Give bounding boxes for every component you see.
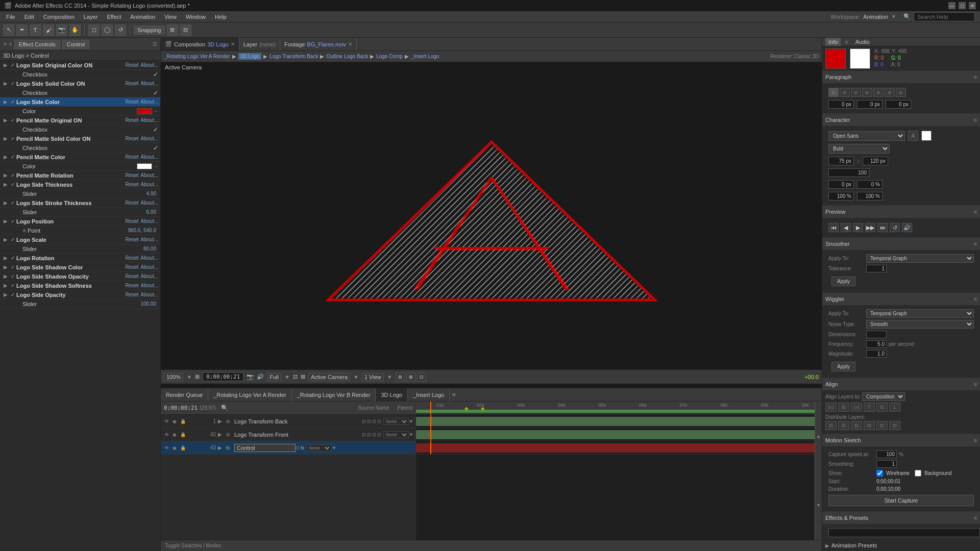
smoother-menu[interactable]: ≡ xyxy=(974,241,977,247)
preview-menu[interactable]: ≡ xyxy=(974,209,977,215)
close-btn[interactable]: ✕ xyxy=(969,2,976,9)
align-center-btn[interactable]: ≡ xyxy=(840,88,850,97)
workspace-dropdown-icon[interactable]: ▼ xyxy=(891,14,896,19)
effect-about-logo-scale[interactable]: About... xyxy=(141,237,158,242)
wiggler-menu[interactable]: ≡ xyxy=(974,296,977,302)
character-header[interactable]: Character ≡ xyxy=(822,114,980,126)
point-value-point-1[interactable]: 960.0, 540.0 xyxy=(128,228,156,233)
effect-enable-logo-side-stroke-thickness[interactable]: ✓ xyxy=(9,200,16,206)
info-tab-audio[interactable]: Audio xyxy=(852,38,873,46)
region-of-interest-icon[interactable]: ⊡ xyxy=(293,373,298,380)
layer-1-eye[interactable]: 👁 xyxy=(163,418,170,425)
maximize-btn[interactable]: □ xyxy=(959,2,966,9)
wiggler-apply-select[interactable]: Temporal Graph xyxy=(866,309,974,318)
effects-search-input[interactable] xyxy=(828,528,980,537)
effect-toggle-pencil-matte-solid-on[interactable]: ▶ xyxy=(2,136,9,141)
timeline-tab-3dlogo[interactable]: 3D Logo xyxy=(376,388,408,402)
font-family-select[interactable]: Open Sans xyxy=(828,131,905,141)
font-size-input[interactable] xyxy=(828,157,854,165)
info-tab-info[interactable]: Info xyxy=(825,38,841,46)
layer-43-name-input[interactable] xyxy=(234,444,296,452)
dist-bottom-btn[interactable]: ⊡ xyxy=(889,421,900,430)
effect-about-logo-side-shadow-opacity[interactable]: About... xyxy=(141,273,158,279)
effect-enable-logo-side-color[interactable]: ✓ xyxy=(9,99,16,105)
wiggler-frequency-input[interactable] xyxy=(866,340,887,348)
align-left-edge-btn[interactable]: |◁ xyxy=(825,403,837,412)
dist-top-btn[interactable]: ⊡ xyxy=(864,421,875,430)
breadcrumb-item-4[interactable]: Outline Logo Back xyxy=(326,54,368,59)
paragraph-header[interactable]: Paragraph ≡ xyxy=(822,71,980,83)
layer-1-solo[interactable]: ◉ xyxy=(171,418,178,425)
effect-reset-logo-position[interactable]: Reset xyxy=(125,218,138,224)
align-right-btn[interactable]: ≡ xyxy=(851,88,861,97)
zoom-dropdown[interactable]: ▼ xyxy=(186,374,192,380)
mask-tool[interactable]: ◯ xyxy=(102,24,113,36)
motion-sketch-header[interactable]: Motion Sketch ≡ xyxy=(822,434,980,446)
align-right-edge-btn[interactable]: ▷| xyxy=(851,403,862,412)
effect-about-logo-position[interactable]: About... xyxy=(141,218,158,224)
view-btn-3[interactable]: ⊡ xyxy=(417,372,426,382)
effect-row-logo-position[interactable]: ▶✓Logo PositionResetAbout... xyxy=(0,217,160,226)
search-help-input[interactable] xyxy=(914,12,975,21)
dist-left-btn[interactable]: ⊡ xyxy=(825,421,837,430)
camera-tool[interactable]: 📷 xyxy=(56,24,67,36)
color-swatch-color-2[interactable] xyxy=(137,163,152,169)
scroll-down[interactable]: ▼ xyxy=(816,503,821,508)
pen-tool[interactable]: ✒ xyxy=(16,24,28,36)
menu-composition[interactable]: Composition xyxy=(39,13,79,21)
effect-about-logo-side-thickness[interactable]: About... xyxy=(141,182,158,187)
wiggler-magnitude-input[interactable] xyxy=(866,350,887,358)
align-top-edge-btn[interactable]: ⊤ xyxy=(864,403,875,412)
menu-file[interactable]: File xyxy=(2,13,19,21)
preview-header[interactable]: Preview ≡ xyxy=(822,206,980,218)
track-bar-42[interactable] xyxy=(416,430,822,439)
effect-about-pencil-matte-original-on[interactable]: About... xyxy=(141,117,158,123)
dist-right-btn[interactable]: ⊡ xyxy=(851,421,862,430)
vert-scale-input[interactable] xyxy=(857,192,883,201)
effect-row-logo-side-stroke-thickness[interactable]: ▶✓Logo Side Stroke ThicknessResetAbout..… xyxy=(0,198,160,208)
effect-row-logo-side-solid-color-on[interactable]: ▶✓Logo Side Solid Color ONResetAbout... xyxy=(0,79,160,88)
layer-43-expand[interactable]: ▶ xyxy=(218,445,226,450)
timeline-tab-overflow[interactable]: ⊕ xyxy=(450,392,458,397)
effect-about-logo-side-original-color-on[interactable]: About... xyxy=(141,62,158,68)
effect-about-pencil-matte-rotation[interactable]: About... xyxy=(141,172,158,178)
track-bar-1[interactable] xyxy=(416,417,822,426)
effect-row-logo-side-color[interactable]: ▶✓Logo Side ColorResetAbout... xyxy=(0,97,160,107)
indent-left-input[interactable] xyxy=(828,100,854,109)
effect-reset-logo-side-original-color-on[interactable]: Reset xyxy=(125,62,138,68)
menu-animation[interactable]: Animation xyxy=(126,13,159,21)
effect-enable-logo-side-shadow-opacity[interactable]: ✓ xyxy=(9,273,16,279)
effect-row-logo-side-shadow-color[interactable]: ▶✓Logo Side Shadow ColorResetAbout... xyxy=(0,263,160,272)
effect-toggle-logo-side-color[interactable]: ▶ xyxy=(2,99,9,105)
justify-center-btn[interactable]: ≡ xyxy=(873,88,884,97)
layer-43-eye[interactable]: 👁 xyxy=(163,444,170,452)
viewer-canvas[interactable] xyxy=(161,72,822,369)
tracking-input[interactable] xyxy=(828,168,869,177)
effect-enable-logo-side-opacity[interactable]: ✓ xyxy=(9,292,16,297)
justify-right-btn[interactable]: ≡ xyxy=(885,88,895,97)
panel-close-icon[interactable]: ✕ xyxy=(3,41,7,47)
timeline-tab-rotb-render[interactable]: _Rotating Logo Ver B Render xyxy=(292,388,376,402)
layer-1-expand[interactable]: ▶ xyxy=(218,418,226,424)
menu-layer[interactable]: Layer xyxy=(80,13,102,21)
effect-row-logo-side-thickness[interactable]: ▶✓Logo Side ThicknessResetAbout... xyxy=(0,180,160,189)
view-layout-display[interactable]: 1 View xyxy=(362,373,384,381)
effect-row-pencil-matte-rotation[interactable]: ▶✓Pencil Matte RotationResetAbout... xyxy=(0,171,160,180)
smoother-tolerance-input[interactable] xyxy=(866,265,887,272)
capture-speed-input[interactable] xyxy=(876,450,897,458)
camera-icon[interactable]: 📷 xyxy=(247,373,254,380)
effect-toggle-logo-side-shadow-opacity[interactable]: ▶ xyxy=(2,273,9,279)
effect-row-slider-3[interactable]: Slider80.00 xyxy=(0,244,160,254)
effect-row-pencil-matte-color[interactable]: ▶✓Pencil Matte ColorResetAbout... xyxy=(0,153,160,162)
tab-footage-bgflares[interactable]: Footage BG_Flares.mov ✕ xyxy=(280,38,357,51)
effect-row-slider-4[interactable]: Slider100.00 xyxy=(0,299,160,309)
background-checkbox[interactable] xyxy=(915,470,921,477)
effect-about-pencil-matte-color[interactable]: About... xyxy=(141,154,158,160)
effect-reset-pencil-matte-original-on[interactable]: Reset xyxy=(125,117,138,123)
layer-1-parent-select[interactable]: None xyxy=(383,418,409,425)
effect-reset-pencil-matte-color[interactable]: Reset xyxy=(125,154,138,160)
menu-effect[interactable]: Effect xyxy=(103,13,125,21)
wiggler-apply-btn[interactable]: Apply xyxy=(831,362,855,371)
justify-all-btn[interactable]: ≡ xyxy=(896,88,906,97)
effect-enable-pencil-matte-solid-on[interactable]: ✓ xyxy=(9,136,16,141)
